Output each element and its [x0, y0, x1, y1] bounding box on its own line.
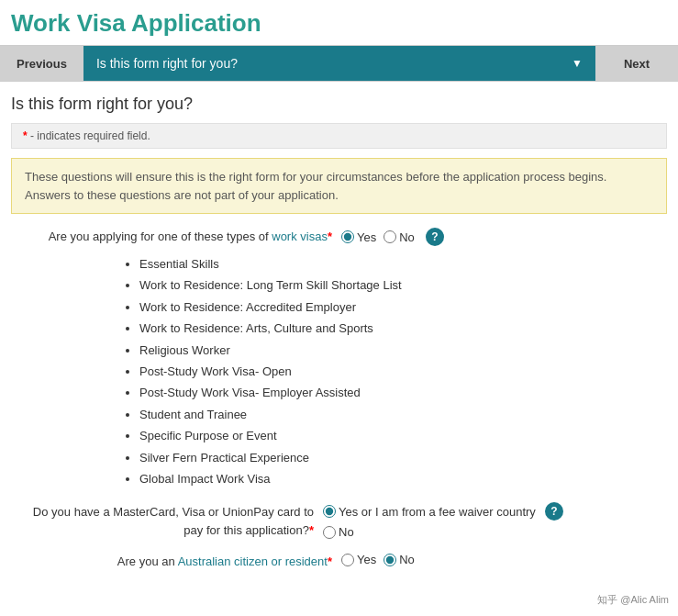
- q3-no-text: No: [399, 553, 415, 566]
- q2-required-star: *: [309, 523, 314, 537]
- list-item: Student and Trainee: [139, 404, 656, 425]
- list-item: Global Impact Work Visa: [139, 468, 656, 489]
- required-note: * - indicates required field.: [11, 123, 667, 149]
- q2-no-label[interactable]: No: [323, 525, 354, 539]
- section-heading: Is this form right for you?: [0, 82, 678, 119]
- q1-yes-label[interactable]: Yes: [341, 230, 376, 244]
- required-star: *: [23, 129, 28, 142]
- q2-yes-label[interactable]: Yes or I am from a fee waiver country: [323, 505, 536, 519]
- q2-help-icon[interactable]: ?: [545, 502, 563, 521]
- nav-bar: Previous Is this form right for you? ▼ N…: [0, 45, 678, 82]
- dropdown-label: Is this form right for you?: [96, 56, 238, 71]
- q1-required-star: *: [328, 230, 332, 243]
- question-3-label: Are you an Australian citizen or residen…: [11, 552, 341, 571]
- australian-citizen-link[interactable]: Australian citizen or resident: [178, 554, 328, 568]
- q2-no-radio[interactable]: [323, 526, 336, 539]
- question-3-row: Are you an Australian citizen or residen…: [11, 552, 667, 571]
- q2-option-1-row: Yes or I am from a fee waiver country ?: [323, 502, 563, 521]
- previous-button[interactable]: Previous: [0, 46, 83, 81]
- list-item: Work to Residence: Long Term Skill Short…: [139, 274, 656, 296]
- q1-radio-group: Yes No ?: [341, 227, 444, 246]
- work-visas-link[interactable]: work visas: [272, 230, 328, 243]
- q1-no-radio[interactable]: [383, 230, 396, 243]
- visa-list: Essential Skills Work to Residence: Long…: [121, 253, 656, 489]
- question-2-block: Do you have a MasterCard, Visa or UnionP…: [11, 502, 667, 539]
- question-2-label: Do you have a MasterCard, Visa or UnionP…: [11, 502, 323, 539]
- q3-yes-text: Yes: [357, 553, 376, 566]
- q2-label-text: Do you have a MasterCard, Visa or UnionP…: [33, 505, 314, 537]
- question-1-row: Are you applying for one of these types …: [11, 227, 667, 246]
- question-2-row: Do you have a MasterCard, Visa or UnionP…: [11, 502, 667, 539]
- question-3-block: Are you an Australian citizen or residen…: [11, 552, 667, 571]
- q2-yes-text: Yes or I am from a fee waiver country: [339, 505, 536, 519]
- list-item: Post-Study Work Visa- Employer Assisted: [139, 382, 656, 403]
- q3-yes-label[interactable]: Yes: [341, 553, 376, 566]
- required-note-text: - indicates required field.: [30, 129, 150, 142]
- question-1-block: Are you applying for one of these types …: [11, 227, 667, 489]
- q2-yes-radio[interactable]: [323, 505, 336, 518]
- question-1-label: Are you applying for one of these types …: [11, 227, 341, 246]
- q2-no-text: No: [339, 525, 354, 539]
- list-item: Religious Worker: [139, 340, 656, 361]
- q3-yes-radio[interactable]: [341, 554, 354, 566]
- q3-required-star: *: [328, 554, 332, 568]
- list-item: Specific Purpose or Event: [139, 425, 656, 446]
- list-item: Work to Residence: Arts, Culture and Spo…: [139, 318, 656, 339]
- q3-no-radio[interactable]: [383, 554, 396, 566]
- q1-yes-radio[interactable]: [341, 230, 354, 243]
- chevron-down-icon: ▼: [572, 57, 583, 70]
- list-item: Work to Residence: Accredited Employer: [139, 297, 656, 318]
- q3-label-start: Are you an: [117, 554, 178, 568]
- list-item: Post-Study Work Visa- Open: [139, 361, 656, 382]
- list-item: Essential Skills: [139, 253, 656, 274]
- q1-label-start: Are you applying for one of these types …: [49, 230, 272, 243]
- q1-no-text: No: [399, 230, 415, 244]
- q3-no-label[interactable]: No: [383, 553, 415, 566]
- q2-options: Yes or I am from a fee waiver country ? …: [323, 502, 563, 539]
- section-dropdown[interactable]: Is this form right for you? ▼: [83, 46, 595, 81]
- next-button[interactable]: Next: [595, 46, 678, 81]
- q2-option-2-row: No: [323, 525, 563, 539]
- q3-radio-group: Yes No: [341, 552, 415, 566]
- info-box: These questions will ensure this is the …: [11, 158, 667, 214]
- page-title: Work Visa Application: [0, 0, 678, 45]
- q1-help-icon[interactable]: ?: [426, 228, 444, 246]
- list-item: Silver Fern Practical Experience: [139, 447, 656, 468]
- q1-yes-text: Yes: [357, 230, 376, 244]
- q1-no-label[interactable]: No: [383, 230, 415, 244]
